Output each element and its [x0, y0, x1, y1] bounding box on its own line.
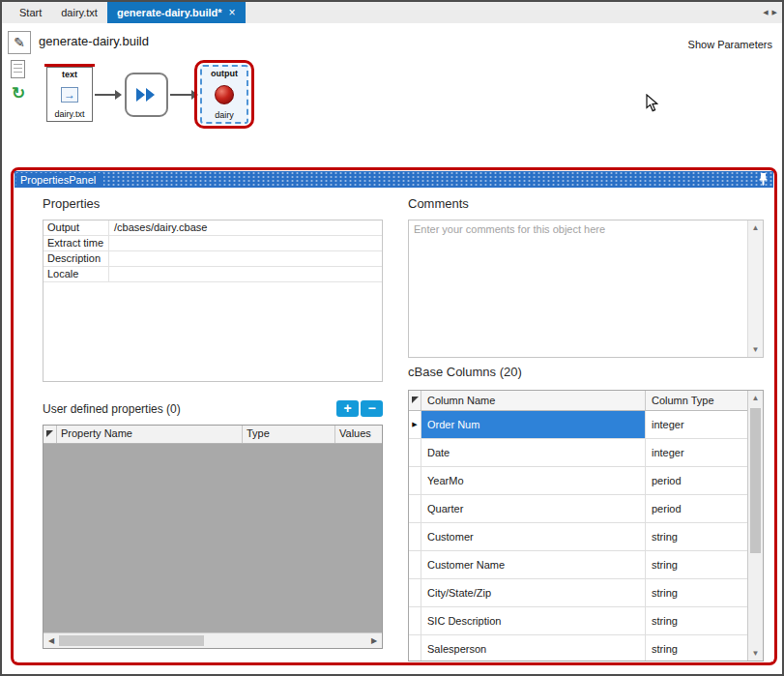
property-value[interactable]	[109, 236, 382, 250]
merge-arrows-icon	[134, 85, 159, 104]
table-row[interactable]: ▶ Order Num integer	[409, 411, 747, 439]
user-defined-properties-table: Property Name Type Values ◀ ▶	[43, 425, 383, 649]
comments-input[interactable]	[409, 220, 747, 357]
column-name-cell: Quarter	[421, 495, 646, 522]
cbase-columns-heading: cBase Columns (20)	[408, 365, 522, 379]
tab-start[interactable]: Start	[10, 2, 51, 23]
scroll-down-icon[interactable]: ▼	[748, 649, 763, 658]
table-row[interactable]: Quarter period	[409, 495, 747, 523]
table-corner-cell	[44, 426, 57, 443]
cbase-table-header: Column Name Column Type	[409, 391, 747, 411]
column-type-cell: integer	[646, 439, 747, 466]
column-name-cell: Customer	[421, 523, 646, 550]
property-value[interactable]: /cbases/dairy.cbase	[109, 220, 382, 235]
close-icon[interactable]: ×	[229, 7, 236, 18]
flow-connector	[170, 94, 196, 96]
scroll-right-icon[interactable]: ▶	[366, 636, 382, 645]
table-row[interactable]: Salesperson string	[409, 635, 747, 661]
cbase-grid: Column Name Column Type ▶ Order Num inte…	[409, 391, 747, 661]
table-corner-cell	[409, 391, 421, 410]
column-name-cell: Order Num	[421, 411, 646, 438]
scroll-up-icon[interactable]: ▲	[752, 223, 760, 232]
table-row[interactable]: SIC Description string	[409, 607, 747, 635]
vertical-scrollbar[interactable]: ▲ ▼	[747, 391, 763, 661]
cbase-column-type-header[interactable]: Column Type	[646, 391, 747, 410]
scrollbar-thumb[interactable]	[59, 635, 204, 646]
comments-heading: Comments	[408, 196, 469, 211]
flow-connector	[95, 94, 120, 96]
pin-icon[interactable]	[759, 173, 768, 186]
remove-property-button[interactable]: −	[361, 400, 383, 417]
property-value[interactable]	[109, 267, 382, 281]
udp-column-values[interactable]: Values	[335, 426, 382, 443]
node-type-label: text	[62, 70, 77, 79]
panel-title: PropertiesPanel	[16, 173, 103, 187]
add-property-button[interactable]: +	[336, 400, 359, 417]
page-title: generate-dairy.build	[39, 34, 149, 48]
tab-bar: Start dairy.txt generate-dairy.build* × …	[2, 2, 782, 23]
column-type-cell: string	[646, 635, 747, 661]
property-row: Description	[44, 251, 382, 267]
app-window: Start dairy.txt generate-dairy.build* × …	[0, 0, 784, 676]
flow-node-output[interactable]: output dairy	[200, 65, 248, 124]
row-selector: ▶	[409, 411, 421, 438]
comments-box: ▲ ▼	[408, 220, 764, 358]
udp-column-property-name[interactable]: Property Name	[57, 426, 243, 443]
row-selector	[409, 523, 421, 550]
table-row[interactable]: Customer Name string	[409, 551, 747, 579]
property-row: Output /cbases/dairy.cbase	[44, 220, 382, 236]
row-selector	[409, 439, 421, 466]
column-type-cell: string	[646, 579, 747, 606]
property-label: Output	[44, 220, 109, 235]
udp-table-body	[44, 444, 382, 632]
edit-mode-button[interactable]: ✎	[8, 31, 31, 54]
show-parameters-link[interactable]: Show Parameters	[688, 39, 772, 50]
column-name-cell: Customer Name	[421, 551, 646, 578]
scrollbar-thumb[interactable]	[750, 408, 761, 553]
row-selector	[409, 551, 421, 578]
user-defined-properties-heading: User defined properties (0)	[43, 402, 181, 416]
properties-panel: PropertiesPanel Properties Output /cbase…	[15, 171, 773, 661]
table-row[interactable]: Customer string	[409, 523, 747, 551]
property-row: Extract time	[44, 236, 382, 251]
column-name-cell: Date	[421, 439, 646, 466]
tab-dairy-txt[interactable]: dairy.txt	[51, 2, 107, 23]
tab-scroll-left-icon[interactable]: ◀	[763, 9, 768, 16]
node-name-label: dairy.txt	[55, 109, 85, 119]
property-label: Locale	[44, 267, 109, 281]
comments-scrollbar[interactable]: ▲ ▼	[747, 220, 763, 357]
properties-panel-header[interactable]: PropertiesPanel	[15, 171, 773, 188]
node-name-label: dairy	[215, 110, 234, 120]
properties-heading: Properties	[43, 196, 100, 211]
table-row[interactable]: Date integer	[409, 439, 747, 467]
cbase-column-name-header[interactable]: Column Name	[421, 391, 646, 410]
cbase-sphere-icon	[215, 85, 234, 104]
column-type-cell: integer	[646, 411, 747, 438]
tab-generate-dairy-build[interactable]: generate-dairy.build* ×	[107, 2, 246, 23]
text-import-icon: →	[61, 87, 78, 103]
table-row[interactable]: YearMo period	[409, 467, 747, 495]
column-name-cell: City/State/Zip	[421, 579, 646, 606]
scroll-left-icon[interactable]: ◀	[44, 636, 59, 645]
column-name-cell: Salesperson	[421, 635, 646, 661]
column-type-cell: string	[646, 551, 747, 578]
horizontal-scrollbar[interactable]: ◀ ▶	[44, 632, 382, 648]
row-selector	[409, 635, 421, 661]
table-row[interactable]: City/State/Zip string	[409, 579, 747, 607]
flow-node-process[interactable]	[125, 73, 168, 117]
property-label: Description	[44, 251, 109, 266]
refresh-icon[interactable]: ↻	[8, 83, 29, 104]
row-selector	[409, 579, 421, 606]
flow-node-text-input[interactable]: text → dairy.txt	[46, 67, 93, 122]
property-label: Extract time	[44, 236, 109, 250]
tab-scroll-right-icon[interactable]: ▶	[772, 9, 777, 16]
scroll-down-icon[interactable]: ▼	[752, 345, 760, 354]
udp-table-header: Property Name Type Values	[44, 426, 382, 444]
property-value[interactable]	[109, 251, 382, 266]
property-row: Locale	[44, 267, 382, 282]
document-icon[interactable]	[11, 60, 25, 78]
cbase-columns-table: Column Name Column Type ▶ Order Num inte…	[408, 390, 764, 661]
scroll-up-icon[interactable]: ▲	[748, 394, 763, 402]
udp-column-type[interactable]: Type	[243, 426, 335, 443]
tab-label: generate-dairy.build*	[117, 2, 222, 23]
